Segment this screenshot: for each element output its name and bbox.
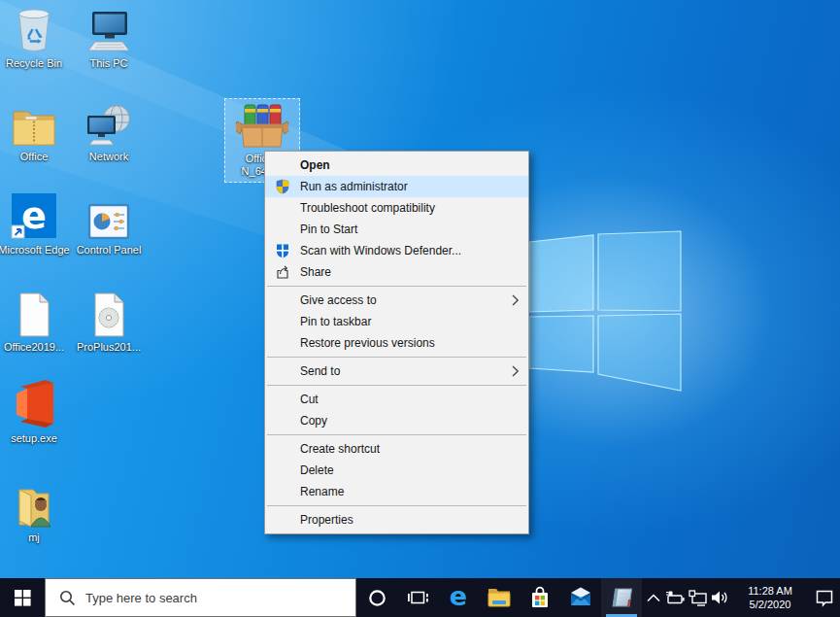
desktop-icon-label: Recycle Bin xyxy=(6,57,62,70)
task-view-button[interactable] xyxy=(397,578,438,617)
windows-logo-icon xyxy=(15,590,31,606)
edge-tile-icon: e xyxy=(11,192,57,241)
menu-item-label: Send to xyxy=(300,364,340,378)
menu-item-label: Open xyxy=(300,158,330,172)
menu-item-delete[interactable]: Delete xyxy=(265,460,528,481)
menu-item-share[interactable]: Share xyxy=(265,261,528,283)
archive-box-icon xyxy=(236,101,288,150)
menu-item-open[interactable]: Open xyxy=(265,154,528,176)
notepad-app-button[interactable] xyxy=(601,578,642,617)
desktop-icon-this-pc[interactable]: This PC xyxy=(68,6,150,70)
user-folder-icon xyxy=(12,480,56,529)
menu-item-label: Give access to xyxy=(300,293,377,307)
system-tray xyxy=(642,578,731,617)
desktop-icon-network[interactable]: Network xyxy=(68,99,150,163)
volume-icon xyxy=(711,590,729,605)
control-panel-icon xyxy=(86,192,131,241)
windows-desktop-screen: Recycle Bin This PC xyxy=(0,0,840,617)
document-icon xyxy=(16,290,52,338)
submenu-chevron-icon xyxy=(512,365,520,377)
battery-icon xyxy=(665,590,686,605)
tray-battery-button[interactable] xyxy=(664,578,687,617)
clock-date: 5/2/2020 xyxy=(750,598,791,611)
menu-item-restore-previous-versions[interactable]: Restore previous versions xyxy=(265,332,528,354)
desktop-icon-label: Control Panel xyxy=(77,244,142,257)
file-explorer-icon xyxy=(487,586,512,609)
menu-item-label: Restore previous versions xyxy=(300,336,435,350)
defender-icon xyxy=(275,243,290,258)
menu-item-label: Pin to taskbar xyxy=(300,315,371,328)
menu-item-label: Cut xyxy=(300,393,319,406)
desktop-icon-label: This PC xyxy=(89,57,127,70)
desktop-wallpaper: Recycle Bin This PC xyxy=(0,0,840,578)
menu-item-send-to[interactable]: Send to xyxy=(265,360,528,382)
desktop-icon-control-panel[interactable]: Control Panel xyxy=(68,192,150,257)
task-view-icon xyxy=(407,588,429,607)
menu-separator xyxy=(267,385,526,386)
desktop-icon-label: setup.exe xyxy=(11,432,57,445)
menu-item-label: Delete xyxy=(300,463,334,477)
folder-icon xyxy=(12,99,56,148)
menu-item-label: Run as administrator xyxy=(300,180,408,193)
menu-item-create-shortcut[interactable]: Create shortcut xyxy=(265,438,528,460)
edge-taskbar-button[interactable]: e xyxy=(438,578,479,617)
menu-item-label: Share xyxy=(300,265,331,279)
chevron-up-icon xyxy=(647,594,660,602)
edge-icon: e xyxy=(446,584,471,611)
share-icon xyxy=(275,264,290,280)
menu-item-run-as-administrator[interactable]: Run as administrator xyxy=(265,176,528,197)
uac-shield-icon xyxy=(275,179,290,194)
store-button[interactable] xyxy=(520,578,560,617)
menu-item-label: Troubleshoot compatibility xyxy=(300,201,435,215)
menu-item-pin-to-start[interactable]: Pin to Start xyxy=(265,219,528,240)
desktop-icon-recycle-bin[interactable]: Recycle Bin xyxy=(0,6,75,70)
menu-item-copy[interactable]: Copy xyxy=(265,410,528,431)
desktop-icon-office-folder[interactable]: Office xyxy=(0,99,75,163)
menu-separator xyxy=(267,286,526,287)
desktop-icon-label: Office2019... xyxy=(4,341,64,354)
mail-button[interactable] xyxy=(560,578,601,617)
desktop-icon-label: mj xyxy=(28,531,40,544)
taskbar-clock[interactable]: 11:28 AM 5/2/2020 xyxy=(731,578,809,617)
svg-text:e: e xyxy=(21,194,47,237)
tray-network-button[interactable] xyxy=(687,578,709,617)
search-box[interactable]: Type here to search xyxy=(45,578,356,617)
menu-separator xyxy=(267,505,526,506)
menu-item-label: Create shortcut xyxy=(300,442,380,456)
computer-icon xyxy=(86,6,131,54)
desktop-icon-proplus-file[interactable]: ProPlus201... xyxy=(68,290,150,354)
tray-chevron-button[interactable] xyxy=(642,578,664,617)
svg-text:e: e xyxy=(450,584,467,611)
menu-separator xyxy=(267,357,526,358)
context-menu: OpenRun as administratorTroubleshoot com… xyxy=(264,151,529,534)
mail-icon xyxy=(568,586,593,609)
menu-item-properties[interactable]: Properties xyxy=(265,509,528,531)
desktop-icon-mj-folder[interactable]: mj xyxy=(0,480,75,544)
tray-volume-button[interactable] xyxy=(709,578,731,617)
menu-item-label: Rename xyxy=(300,485,344,498)
office-logo-icon xyxy=(11,381,57,429)
desktop-icon-microsoft-edge[interactable]: e Microsoft Edge xyxy=(0,192,75,257)
desktop-icon-label: Network xyxy=(89,151,128,163)
clock-time: 11:28 AM xyxy=(748,584,792,598)
menu-item-label: Copy xyxy=(300,414,327,428)
desktop-icon-setup-exe[interactable]: setup.exe xyxy=(0,381,75,445)
menu-item-troubleshoot-compatibility[interactable]: Troubleshoot compatibility xyxy=(265,197,528,219)
action-center-button[interactable] xyxy=(809,578,840,617)
start-button[interactable] xyxy=(0,578,45,617)
cortana-button[interactable] xyxy=(356,578,397,617)
menu-item-pin-to-taskbar[interactable]: Pin to taskbar xyxy=(265,311,528,332)
desktop-icon-label: Office xyxy=(20,151,49,163)
taskbar: Type here to search e xyxy=(0,578,840,617)
menu-item-label: Properties xyxy=(300,513,353,527)
disc-image-icon xyxy=(90,290,127,338)
menu-item-rename[interactable]: Rename xyxy=(265,481,528,502)
menu-item-scan-with-windows-defender[interactable]: Scan with Windows Defender... xyxy=(265,240,528,261)
menu-item-cut[interactable]: Cut xyxy=(265,389,528,410)
store-icon xyxy=(528,585,552,610)
network-icon xyxy=(689,590,708,606)
file-explorer-button[interactable] xyxy=(479,578,520,617)
menu-item-give-access-to[interactable]: Give access to xyxy=(265,290,528,311)
desktop-icon-office2019-file[interactable]: Office2019... xyxy=(0,290,75,354)
search-icon xyxy=(59,590,76,606)
